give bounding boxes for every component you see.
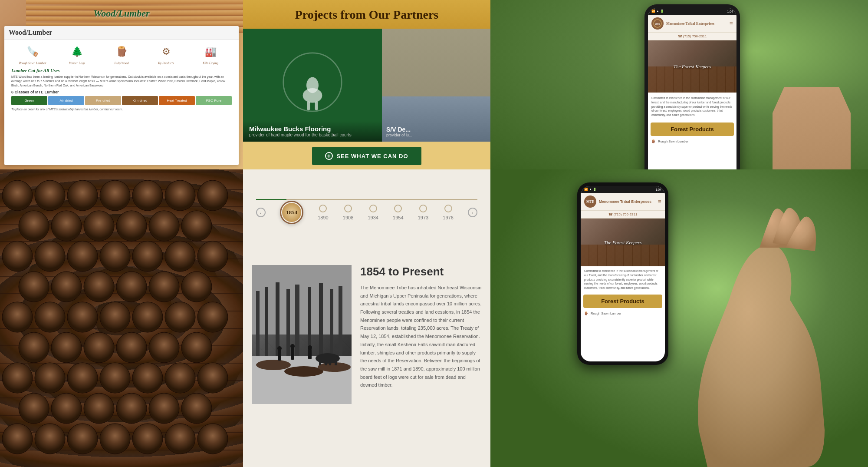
timeline-node-1973[interactable]: 1973: [418, 205, 428, 220]
timeline-line: [256, 199, 477, 200]
svg-point-54: [51, 393, 82, 424]
timeline-node-1934[interactable]: 1934: [368, 205, 378, 220]
svg-point-49: [100, 363, 130, 393]
timeline-prev-button[interactable]: ‹: [256, 208, 266, 217]
svg-point-38: [165, 302, 195, 332]
phone-tagline-2: The Forest Keepers: [604, 240, 641, 245]
bucks-title: Milwaukee Bucks Flooring: [249, 125, 376, 132]
node-circle-1954: [394, 205, 402, 212]
lumber-label-2: Rough Sawn Lumber: [591, 311, 621, 315]
class-kiln-dried: Kiln-dried: [122, 96, 158, 105]
bucks-text: Milwaukee Bucks Flooring provider of har…: [243, 121, 382, 142]
lumber-item-icon: 🪵: [651, 139, 655, 143]
panel-mobile-bottom: 📶 ▲ 🔋 1:04 MTE Menominee Tribal Enterpri…: [490, 169, 868, 467]
svg-rect-92: [252, 265, 352, 404]
year-label-1976: 1976: [443, 215, 453, 220]
svg-point-55: [84, 393, 114, 424]
active-node-circle: 1854: [280, 201, 303, 224]
lumber-tagline: Lumber Cut for All Uses: [11, 68, 232, 73]
svg-point-56: [116, 393, 147, 424]
panel-projects: Projects from Our Partners: [243, 0, 490, 169]
phone-number-2: ☎ (715) 756-2311: [581, 211, 665, 219]
svg-point-12: [165, 180, 195, 211]
phone-status-2: 📶 ▲ 🔋 1:04: [581, 186, 665, 193]
hamburger-icon[interactable]: ≡: [730, 20, 733, 27]
year-label-1973: 1973: [418, 215, 428, 220]
icon-pulp-wood: 🪵 Pulp Wood: [102, 43, 141, 65]
phone-shell-2: 📶 ▲ 🔋 1:04 MTE Menominee Tribal Enterpri…: [577, 182, 668, 365]
log-circles-svg: [0, 169, 243, 467]
phone-hero-section: The Forest Keepers: [648, 40, 736, 93]
timeline-active-line: [256, 199, 286, 200]
svg-point-39: [197, 302, 228, 332]
lumber-body-text: MTE Wood has been a leading lumber suppl…: [11, 75, 232, 87]
card-header: Wood/Lumber: [4, 26, 239, 40]
svg-point-20: [2, 241, 33, 272]
timeline-node-1976[interactable]: 1976: [443, 205, 453, 220]
svg-point-18: [149, 211, 179, 241]
sv-title: S/V De...: [386, 126, 486, 133]
svg-point-32: [181, 272, 212, 302]
timeline-node-1890[interactable]: 1890: [318, 205, 328, 220]
svg-point-34: [35, 302, 65, 332]
forest-products-title: Forest Products: [655, 126, 730, 132]
phone-header: MTE Menominee Tribal Enterprises ≡: [648, 15, 736, 33]
timeline-node-1954[interactable]: 1954: [393, 205, 403, 220]
bucks-logo-icon: [282, 52, 343, 113]
lumber-item-label: Rough Sawn Lumber: [658, 139, 688, 143]
projects-header: Projects from Our Partners: [243, 0, 490, 29]
project-bucks: Milwaukee Bucks Flooring provider of har…: [243, 29, 382, 142]
svg-point-16: [84, 211, 114, 241]
status2-left: 📶 ▲ 🔋: [584, 188, 597, 191]
phone-tagline: The Forest Keepers: [674, 64, 711, 69]
svg-point-47: [35, 363, 65, 393]
phone-number: ☎ (715) 756-2311: [648, 33, 736, 40]
icon-by-products: ⚙ By Products: [147, 43, 186, 65]
hamburger-icon-2[interactable]: ≡: [658, 198, 661, 205]
timeline-next-button[interactable]: ›: [468, 208, 477, 217]
svg-point-36: [100, 302, 130, 332]
panel-logs-bottom-left: [0, 169, 243, 467]
projects-content: Milwaukee Bucks Flooring provider of har…: [243, 29, 490, 142]
status-time: 1:04: [727, 10, 733, 13]
bucks-subtitle: provider of hard maple wood for the bask…: [249, 132, 376, 137]
history-body-text: The Menominee Tribe has inhabited Northe…: [360, 284, 482, 389]
svg-point-52: [197, 363, 228, 393]
svg-point-21: [35, 241, 65, 272]
see-what-button[interactable]: + SEE WHAT WE CAN DO: [312, 147, 421, 165]
svg-point-46: [2, 363, 33, 393]
projects-footer: + SEE WHAT WE CAN DO: [243, 142, 490, 169]
svg-point-23: [100, 241, 130, 272]
svg-point-33: [2, 302, 33, 332]
svg-point-17: [116, 211, 147, 241]
svg-point-64: [165, 424, 195, 454]
photo-background: [252, 265, 352, 404]
node-circle-1934: [369, 205, 377, 212]
svg-point-53: [19, 393, 49, 424]
panel-mobile-top: 📶 ▲ 🔋 1:04 MTE Menominee Tribal Enterpri…: [490, 0, 868, 169]
timeline-node-1854[interactable]: 1854: [280, 201, 303, 224]
svg-point-15: [51, 211, 82, 241]
year-label-1908: 1908: [343, 215, 353, 220]
sv-text: S/V De... provider of lu...: [386, 126, 486, 137]
lumber-footer-text: To place an order for any of MTE's susta…: [11, 108, 232, 111]
active-year-label: 1854: [286, 209, 297, 216]
by-products-icon: ⚙: [157, 43, 176, 60]
node-circle-1976: [444, 205, 452, 212]
phone-hero-text-2: The Forest Keepers: [604, 240, 641, 245]
svg-point-13: [197, 180, 228, 211]
class-green: Green: [11, 96, 47, 105]
svg-point-31: [149, 272, 179, 302]
timeline-node-1908[interactable]: 1908: [343, 205, 353, 220]
svg-point-9: [67, 180, 98, 211]
svg-point-44: [149, 332, 179, 363]
timeline-section: ‹ 1854 1890 1908 1934: [243, 169, 490, 256]
svg-point-51: [165, 363, 195, 393]
rough-sawn-label: Rough Sawn Lumber: [19, 61, 46, 65]
phone-logs-2: [581, 245, 665, 266]
phone-hero-logs: [648, 66, 736, 93]
phone-forest-products-2: Forest Products: [583, 295, 662, 308]
panel-timeline: ‹ 1854 1890 1908 1934: [243, 169, 490, 467]
node-circle-1973: [419, 205, 427, 212]
project-sv: S/V De... provider of lu...: [382, 29, 490, 142]
